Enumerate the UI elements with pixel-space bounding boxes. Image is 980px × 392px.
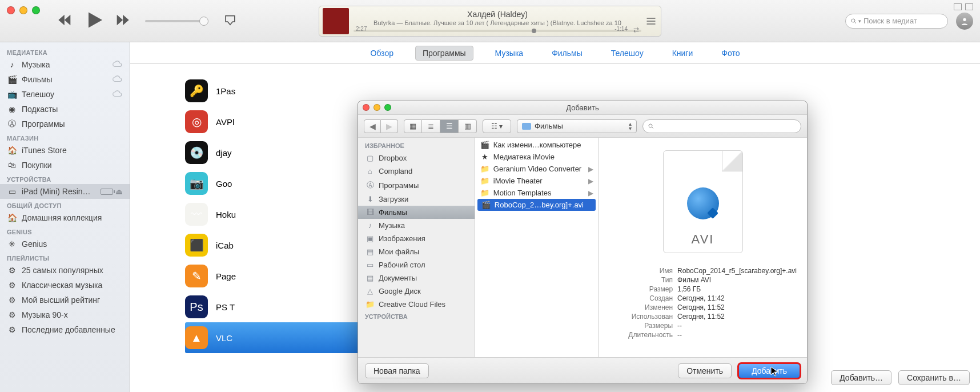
dialog-sidebar-item[interactable]: ▭Рабочий стол <box>358 258 475 271</box>
location-popup[interactable]: Фильмы ▴▾ <box>517 119 637 133</box>
dialog-close-button[interactable] <box>363 104 369 111</box>
dialog-sidebar-label: Изображения <box>379 234 425 243</box>
dialog-sidebar-item[interactable]: ⌂Compland <box>358 165 475 178</box>
forward-button[interactable]: ▶ <box>381 119 398 133</box>
preview-extension: AVI <box>692 232 714 247</box>
new-folder-button[interactable]: Новая папка <box>365 363 429 378</box>
zoom-window-button[interactable] <box>32 6 40 14</box>
coverflow-view-button[interactable]: ▥ <box>459 119 477 133</box>
file-row[interactable]: 🎬RoboCop_2…bey.org]+.avi <box>477 199 596 211</box>
dialog-sidebar-icon: Ⓐ <box>365 180 375 190</box>
preview-meta-value: -- <box>677 322 797 330</box>
sidebar-section-header: GENIUS <box>0 225 130 237</box>
sidebar-item[interactable]: ✳Genius <box>0 237 130 251</box>
tab[interactable]: Программы <box>415 46 473 61</box>
list-view-button[interactable]: ≣ <box>422 119 440 133</box>
dialog-zoom-button[interactable] <box>384 104 391 111</box>
sidebar-item[interactable]: 🏠Домашняя коллекция <box>0 210 130 225</box>
dialog-sidebar-label: Google Диск <box>379 287 421 295</box>
dialog-sidebar-item[interactable]: ▤Мои файлы <box>358 245 475 258</box>
preview-meta-value: -- <box>677 331 797 339</box>
preview-meta-key: Создан <box>609 294 673 302</box>
sidebar-item[interactable]: ▭iPad (Mini) Resin…⏏ <box>0 184 130 199</box>
back-button[interactable]: ◀ <box>364 119 381 133</box>
sidebar-item[interactable]: ⚙25 самых популярных <box>0 263 130 278</box>
tab[interactable]: Книги <box>665 46 700 60</box>
sidebar-item[interactable]: 🎬Фильмы <box>0 72 130 87</box>
app-name: PS T <box>216 302 235 312</box>
eject-icon[interactable]: ⏏ <box>115 187 123 196</box>
sidebar-item[interactable]: ⚙Музыка 90-х <box>0 307 130 322</box>
close-window-button[interactable] <box>7 6 15 14</box>
column-view-button[interactable]: ☰ <box>440 119 459 133</box>
sidebar-item[interactable]: ⚙Мой высший рейтинг <box>0 293 130 307</box>
tab[interactable]: Обзор <box>364 46 400 60</box>
dialog-title: Добавить <box>566 103 599 112</box>
sidebar-item-icon: ⚙ <box>7 295 17 305</box>
tab[interactable]: Фильмы <box>545 46 589 60</box>
dialog-sidebar-icon: ▣ <box>365 234 375 243</box>
up-next-icon[interactable] <box>645 15 657 27</box>
dialog-sidebar-item[interactable]: △Google Диск <box>358 285 475 298</box>
disclosure-arrow-icon: ▶ <box>588 165 593 173</box>
miniplayer-icon[interactable] <box>954 3 962 10</box>
sidebar-item[interactable]: ◉Подкасты <box>0 102 130 117</box>
dialog-minimize-button[interactable] <box>373 104 380 111</box>
arrange-button[interactable]: ☷ ▾ <box>483 119 511 133</box>
sidebar-item[interactable]: ⒶПрограммы <box>0 117 130 131</box>
airplay-icon[interactable] <box>218 14 236 28</box>
dialog-sidebar-item[interactable]: 🎞Фильмы <box>358 206 475 219</box>
play-button[interactable] <box>83 10 104 33</box>
sidebar-item-icon: ⚙ <box>7 310 17 320</box>
dialog-sidebar-item[interactable]: ⒶПрограммы <box>358 178 475 193</box>
file-row[interactable]: 📁Motion Templates▶ <box>475 187 598 199</box>
dialog-sidebar-item[interactable]: ♪Музыка <box>358 219 475 232</box>
dialog-search-input[interactable] <box>642 119 801 133</box>
dialog-sidebar-item[interactable]: ⬇Загрузки <box>358 193 475 206</box>
sidebar-item[interactable]: 📺Телешоу <box>0 87 130 102</box>
sidebar-item-label: iPad (Mini) Resin… <box>22 187 91 196</box>
app-name: Page <box>216 271 236 281</box>
disclosure-arrow-icon: ▶ <box>588 177 593 185</box>
add-button[interactable]: Добавить… <box>831 370 891 385</box>
file-row[interactable]: 📁Geranium Video Converter▶ <box>475 163 598 175</box>
save-button[interactable]: Сохранить в… <box>898 370 970 385</box>
app-name: VLC <box>216 333 232 343</box>
icon-view-button[interactable]: ▦ <box>404 119 422 133</box>
file-icon: ★ <box>480 153 490 161</box>
cancel-button[interactable]: Отменить <box>678 363 732 378</box>
preview-meta-value: Сегодня, 11:52 <box>677 303 797 311</box>
tab[interactable]: Музыка <box>488 46 531 60</box>
dialog-sidebar-icon: 📁 <box>365 300 375 309</box>
sidebar-item[interactable]: 🏠iTunes Store <box>0 143 130 158</box>
dialog-sidebar-icon: ⬇ <box>365 195 375 203</box>
app-icon: ▲ <box>185 326 208 349</box>
minimize-window-button[interactable] <box>19 6 27 14</box>
account-button[interactable] <box>956 13 973 30</box>
previous-button[interactable] <box>57 12 73 30</box>
shuffle-icon[interactable]: ⇄ <box>633 26 639 34</box>
search-input[interactable]: ▾ Поиск в медиат <box>845 14 948 29</box>
file-row[interactable]: 🎬Как измени…компьютере <box>475 139 598 151</box>
file-row[interactable]: ★Медиатека iMovie <box>475 151 598 163</box>
next-button[interactable] <box>114 12 130 30</box>
dialog-sidebar-item[interactable]: ▢Dropbox <box>358 151 475 165</box>
tab[interactable]: Фото <box>714 46 746 60</box>
dialog-sidebar-item[interactable]: 📁Creative Cloud Files <box>358 298 475 311</box>
playback-progress[interactable] <box>354 30 641 32</box>
dialog-sidebar-item[interactable]: ▤Документы <box>358 271 475 285</box>
fullscreen-icon[interactable] <box>965 3 973 10</box>
volume-slider[interactable] <box>145 20 208 22</box>
file-row[interactable]: 📁iMovie Theater▶ <box>475 175 598 187</box>
app-icon: ◎ <box>185 110 208 133</box>
sidebar-item-icon: Ⓐ <box>7 119 17 129</box>
sidebar-item-icon: ⚙ <box>7 280 17 290</box>
dialog-add-button[interactable]: Добавить <box>738 363 800 378</box>
dialog-sidebar-item[interactable]: ▣Изображения <box>358 232 475 245</box>
sidebar-item[interactable]: ⚙Последние добавленные <box>0 322 130 337</box>
tab[interactable]: Телешоу <box>604 46 650 60</box>
sidebar-item[interactable]: 🛍Покупки <box>0 158 130 173</box>
sidebar-item[interactable]: ♪Музыка <box>0 57 130 72</box>
sidebar-item[interactable]: ⚙Классическая музыка <box>0 278 130 293</box>
app-name: Goo <box>216 179 232 189</box>
